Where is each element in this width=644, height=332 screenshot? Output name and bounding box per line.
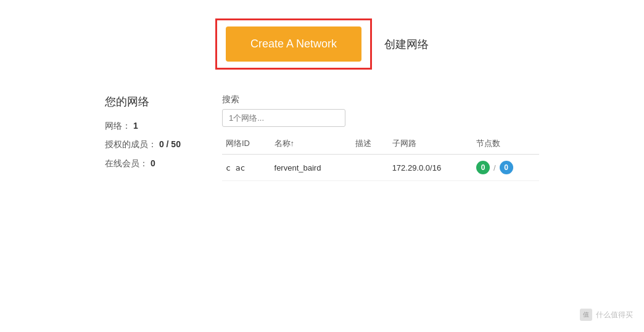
networks-stat: 网络： 1	[105, 119, 197, 132]
network-table-section: 搜索 网络ID 名称↑ 描述 子网	[222, 94, 539, 181]
create-network-label-cn: 创建网络	[384, 37, 429, 52]
online-value: 0	[151, 158, 155, 168]
page-wrapper: Create A Network 创建网络 您的网络 网络： 1 授权的成员： …	[0, 0, 644, 332]
col-header-subnet: 子网路	[389, 134, 473, 155]
watermark-text: 什么值得买	[596, 310, 633, 320]
col-header-name[interactable]: 名称↑	[271, 134, 352, 155]
col-header-desc: 描述	[352, 134, 389, 155]
network-subnet-cell: 172.29.0.0/16	[389, 155, 473, 181]
online-nodes-badge: 0	[476, 161, 490, 174]
members-stat: 授权的成员： 0 / 50	[105, 137, 197, 151]
networks-value: 1	[133, 121, 138, 131]
networks-label: 网络：	[105, 121, 131, 131]
network-nodes-cell: 0/0	[473, 155, 539, 181]
members-value: 0 / 50	[159, 139, 181, 149]
create-button-highlight-box: Create A Network	[215, 18, 372, 70]
watermark-icon: 值	[580, 309, 592, 321]
table-row[interactable]: c acfervent_baird172.29.0.0/160/0	[222, 155, 539, 181]
search-label: 搜索	[222, 94, 539, 105]
online-stat: 在线会员： 0	[105, 156, 197, 170]
watermark: 值 什么值得买	[580, 309, 633, 321]
main-content: 您的网络 网络： 1 授权的成员： 0 / 50 在线会员： 0 搜索	[0, 82, 644, 193]
members-label: 授权的成员：	[105, 139, 157, 149]
search-input[interactable]	[222, 109, 345, 127]
stats-title: 您的网络	[105, 94, 197, 109]
network-name-cell: fervent_baird	[271, 155, 352, 181]
col-header-nodes: 节点数	[473, 134, 539, 155]
online-label: 在线会员：	[105, 158, 148, 168]
nodes-separator: /	[493, 163, 496, 172]
total-nodes-badge: 0	[500, 161, 513, 174]
network-id-cell: c ac	[222, 155, 271, 181]
table-header-row: 网络ID 名称↑ 描述 子网路 节点数	[222, 134, 539, 155]
network-desc-cell	[352, 155, 389, 181]
create-network-button[interactable]: Create A Network	[226, 26, 361, 62]
col-header-id: 网络ID	[222, 134, 271, 155]
stats-panel: 您的网络 网络： 1 授权的成员： 0 / 50 在线会员： 0	[105, 94, 197, 181]
network-table: 网络ID 名称↑ 描述 子网路 节点数	[222, 134, 539, 181]
top-section: Create A Network 创建网络	[0, 0, 644, 82]
